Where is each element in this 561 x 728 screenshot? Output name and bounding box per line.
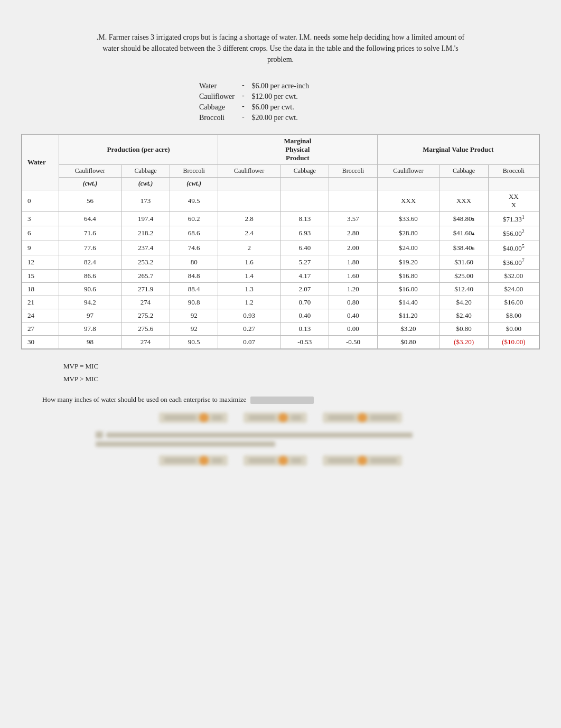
cell-bro-prod: 90.5 — [170, 336, 218, 349]
unit-bro: (cwt.) — [170, 178, 218, 190]
cell-cfl-prod: 94.2 — [59, 296, 121, 309]
cell-cab-prod: 274 — [121, 336, 170, 349]
blurred-label — [328, 458, 354, 463]
cell-cfl-mph: 1.2 — [218, 296, 280, 309]
table-row: 0 56 173 49.5 XXX XXX XXX — [22, 190, 539, 212]
cell-cfl-mph: 2.4 — [218, 226, 280, 241]
blurred-value — [291, 415, 302, 420]
cell-cfl-mph — [218, 190, 280, 212]
sub-bro-prod: Broccoli — [170, 165, 218, 178]
blurred-box-cauliflower-2 — [159, 455, 228, 466]
cell-bro-prod: 49.5 — [170, 190, 218, 212]
table-row: 21 94.2 274 90.8 1.2 0.70 0.80 $14.40 $4… — [22, 296, 539, 309]
cell-cab-prod: 237.4 — [121, 241, 170, 255]
blurred-value — [370, 458, 397, 463]
price-value: $6.00 per cwt. — [249, 102, 312, 113]
table-row: 9 77.6 237.4 74.6 2 6.40 2.00 $24.00 $38… — [22, 241, 539, 255]
cell-bro-mvp: ($10.00) — [488, 336, 539, 349]
cell-cfl-mvp: $14.40 — [377, 296, 440, 309]
cell-bro-mvp: $71.331 — [488, 212, 539, 226]
sub-cfl-mph: Cauliflower — [218, 165, 280, 178]
blurred-paragraph — [96, 431, 465, 447]
table-row: 24 97 275.2 92 0.93 0.40 0.40 $11.20 $2.… — [22, 309, 539, 322]
footnote: 2 — [522, 228, 525, 234]
question-text: How many inches of water should be used … — [42, 395, 519, 404]
blurred-circle-4 — [199, 456, 209, 465]
prices-section: Water - $6.00 per acre-inch Cauliflower … — [196, 81, 365, 123]
blurred-box-cabbage-1 — [244, 412, 307, 423]
cell-bro-mvp: $8.00 — [488, 309, 539, 322]
cell-water: 30 — [22, 336, 59, 349]
blurred-label — [164, 458, 196, 463]
main-table-wrapper: Water Production (per acre) MarginalPhys… — [21, 134, 540, 349]
cell-cab-mvp: $48.80₃ — [440, 212, 488, 226]
cell-cfl-mph: 1.4 — [218, 270, 280, 283]
table-row: 27 97.8 275.6 92 0.27 0.13 0.00 $3.20 $0… — [22, 322, 539, 336]
legend-line2: MVP > MIC — [63, 373, 540, 385]
cell-cab-mvp: $12.40 — [440, 283, 488, 296]
cell-cab-mph: -0.53 — [280, 336, 329, 349]
cell-cfl-mph: 1.6 — [218, 255, 280, 269]
cell-cfl-mvp: $16.80 — [377, 270, 440, 283]
cell-bro-mph: -0.50 — [329, 336, 377, 349]
cell-cab-mph: 4.17 — [280, 270, 329, 283]
blurred-label — [164, 415, 196, 420]
sub-cab-mph: Cabbage — [280, 165, 329, 178]
price-value: $20.00 per cwt. — [249, 113, 312, 123]
cell-bro-mph: 0.00 — [329, 322, 377, 336]
blurred-label — [328, 415, 354, 420]
legend-section: MVP = MIC MVP > MIC — [63, 360, 540, 385]
cell-bro-mvp: $16.00 — [488, 296, 539, 309]
cell-cab-mph: 5.27 — [280, 255, 329, 269]
cell-cab-mph: 8.13 — [280, 212, 329, 226]
cell-bro-prod: 92 — [170, 309, 218, 322]
cell-cfl-prod: 90.6 — [59, 283, 121, 296]
header-row-sub: Cauliflower Cabbage Broccoli Cauliflower… — [22, 165, 539, 178]
unit-cfl: (cwt.) — [59, 178, 121, 190]
cell-cab-mvp: $25.00 — [440, 270, 488, 283]
cell-cab-prod: 218.2 — [121, 226, 170, 241]
cell-bro-prod: 88.4 — [170, 283, 218, 296]
cell-cfl-mvp: $16.00 — [377, 283, 440, 296]
sub-cab-prod: Cabbage — [121, 165, 170, 178]
cell-water: 3 — [22, 212, 59, 226]
unit-mvp-bro — [488, 178, 539, 190]
footnote: 1 — [522, 214, 525, 220]
cell-bro-prod: 74.6 — [170, 241, 218, 255]
blurred-text-1 — [106, 432, 413, 438]
price-value: $6.00 per acre-inch — [249, 81, 312, 91]
cell-cfl-mph: 1.3 — [218, 283, 280, 296]
cell-bro-prod: 60.2 — [170, 212, 218, 226]
header-row-units: (cwt.) (cwt.) (cwt.) — [22, 178, 539, 190]
question-section: How many inches of water should be used … — [42, 395, 519, 466]
cell-water: 15 — [22, 270, 59, 283]
cell-bro-mph: 1.20 — [329, 283, 377, 296]
sub-cfl-mvp: Cauliflower — [377, 165, 440, 178]
blurred-answer — [250, 397, 314, 404]
header-marginal-physical: MarginalPhysicalProduct — [218, 135, 377, 165]
blurred-circle-2 — [278, 413, 288, 422]
intro-paragraph: .M. Farmer raises 3 irrigated crops but … — [90, 32, 471, 65]
cell-cab-mvp: $31.60 — [440, 255, 488, 269]
cell-cab-mvp: $4.20 — [440, 296, 488, 309]
legend-line1: MVP = MIC — [63, 360, 540, 372]
cell-cab-prod: 265.7 — [121, 270, 170, 283]
cell-bro-mph: 3.57 — [329, 212, 377, 226]
cell-cab-prod: 173 — [121, 190, 170, 212]
cell-bro-mph: 1.60 — [329, 270, 377, 283]
price-row: Water - $6.00 per acre-inch — [196, 81, 312, 91]
cell-cfl-mvp: $28.80 — [377, 226, 440, 241]
cell-water: 21 — [22, 296, 59, 309]
header-water: Water — [22, 135, 59, 190]
cell-cfl-mph: 0.27 — [218, 322, 280, 336]
table-row: 12 82.4 253.2 80 1.6 5.27 1.80 $19.20 $3… — [22, 255, 539, 269]
cell-cab-mvp: XXX — [440, 190, 488, 212]
cell-bro-prod: 92 — [170, 322, 218, 336]
table-row: 18 90.6 271.9 88.4 1.3 2.07 1.20 $16.00 … — [22, 283, 539, 296]
cell-water: 18 — [22, 283, 59, 296]
price-row: Cauliflower - $12.00 per cwt. — [196, 91, 312, 102]
cell-cfl-mvp: $3.20 — [377, 322, 440, 336]
cell-bro-mvp: XXX — [488, 190, 539, 212]
blurred-circle-5 — [278, 456, 288, 465]
cell-cfl-prod: 86.6 — [59, 270, 121, 283]
